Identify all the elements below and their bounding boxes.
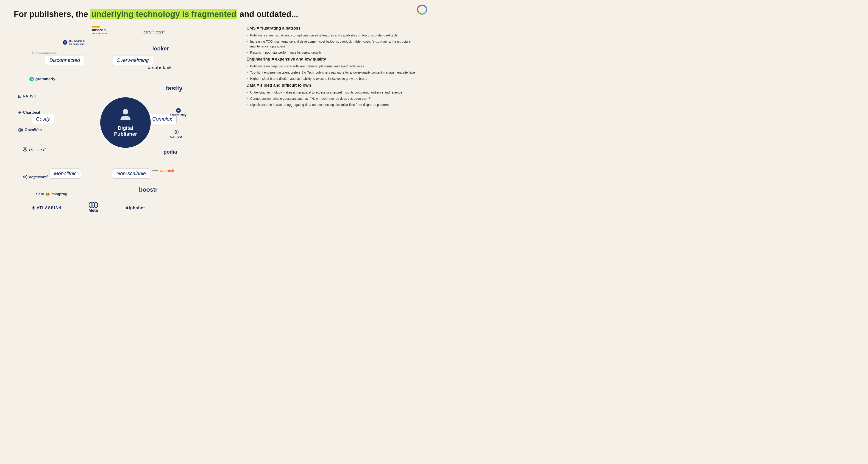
cms-section: CMS = frustrating albatross Publishers i… [247,26,420,55]
bullet-item: Results in poor site performance hinderi… [247,50,420,55]
monolithic-label: Monolithic [50,168,81,178]
engineering-section: Engineering = expensive and low quality … [247,57,420,81]
costly-label: Costly [32,114,54,124]
engineering-title: Engineering = expensive and low quality [247,57,420,62]
cms-bullets: Publishers invest significantly to repli… [247,33,420,55]
bullet-item: Underlying technology makes it impractic… [247,90,420,95]
stackcommerce-logo: stackcommerce [32,52,57,55]
brand-logo [417,5,427,15]
substack-logo: ≡ substack [148,65,172,70]
optimizely-logo: Optimizely [170,108,186,117]
bullet-item: Higher risk of brand dilution and an ina… [247,76,420,81]
fastly-logo: fastly [166,85,183,92]
bullet-item: Publishers invest significantly to repli… [247,33,420,38]
amazon-logo: amazon web services [92,26,108,35]
alphabet-logo: Alphabet [125,206,145,210]
bullet-item: Top-flight engineering talent prefers Bi… [247,70,420,75]
openweb-logo: OpenWeb [18,128,41,133]
bullet-item: Increasing TCO: maintenance and developm… [247,39,420,49]
svg-point-9 [25,149,26,150]
cameo-logo: cameo [170,130,182,139]
nativo-logo: N NATIVO [18,94,36,98]
data-bullets: Underlying technology makes it impractic… [247,90,420,107]
digital-publisher-circle: Digital Publisher [100,97,151,148]
content-area: Digital Publisher Disconnected Overwhelm… [14,26,420,221]
atlassian-logo: ATLASSIAN [32,206,61,210]
boostr-logo: boostr [139,186,158,193]
right-panel: CMS = frustrating albatross Publishers i… [238,26,420,221]
engineering-bullets: Publishers manage too many software part… [247,64,420,81]
podia-logo: podia [163,149,177,155]
cms-title: CMS = frustrating albatross [247,26,420,31]
bullet-item: Significant time is wasted aggregating d… [247,102,420,107]
overwhelming-label: Overwhelming [112,55,153,65]
svg-point-6 [176,131,177,133]
page: For publishers, the underlying technolog… [0,0,434,232]
skimlinks-logo: skimlinks™ [23,147,46,152]
bullet-item: Publishers manage too many software part… [247,64,420,69]
grammarly-logo: G grammarly [29,77,55,81]
doubleclick-logo: DoubleClick for Publishers [63,40,85,45]
getty-logo: gettyimages® [143,30,165,35]
data-title: Data = siloed and difficult to own [247,83,420,88]
page-title: For publishers, the underlying technolog… [14,9,420,19]
brightcove-logo: brightcove® [23,174,48,179]
person-icon [119,108,132,123]
non-scalable-label: Non-scalable [112,168,150,178]
looker-logo: looker [152,45,169,52]
chartbeat-logo: ✈ Chartbeat [18,110,40,115]
semrush-logo: ⟹⟹ semrush [152,168,174,172]
left-diagram: Digital Publisher Disconnected Overwhelm… [14,26,238,221]
disconnected-label: Disconnected [45,55,84,65]
data-section: Data = siloed and difficult to own Under… [247,83,420,107]
screamingfrog-logo: Scre🐸mingfrog [36,192,67,196]
bullet-item: Cannot answer simple questions such as, … [247,96,420,101]
meta-logo: Meta [88,202,99,213]
svg-point-0 [123,109,128,114]
